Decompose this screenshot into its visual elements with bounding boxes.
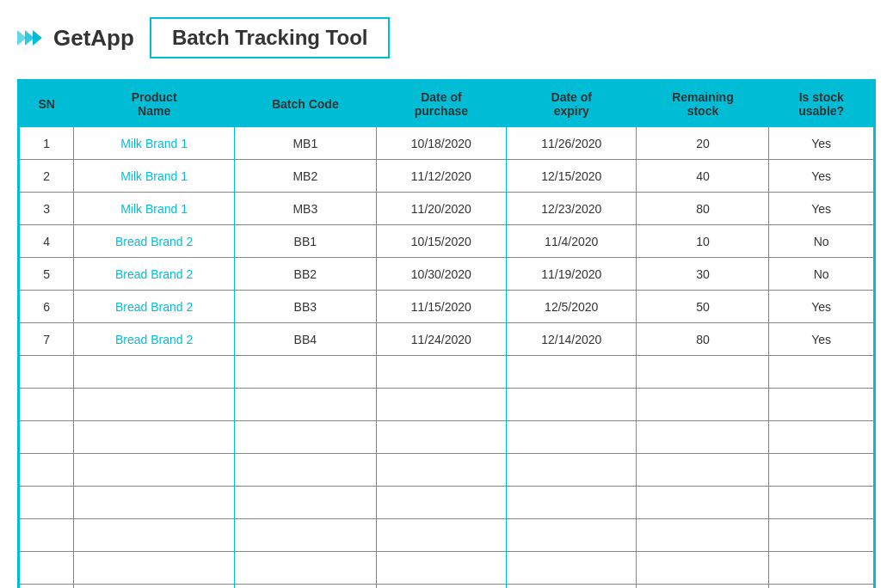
table-row: 2Milk Brand 1MB211/12/202012/15/202040Ye… bbox=[20, 160, 874, 193]
cell-date_of_purchase: 10/18/2020 bbox=[376, 127, 506, 160]
empty-cell bbox=[74, 585, 235, 589]
empty-cell bbox=[74, 454, 235, 487]
table-row: 5Bread Brand 2BB210/30/202011/19/202030N… bbox=[20, 258, 874, 291]
empty-cell bbox=[234, 454, 376, 487]
empty-cell bbox=[769, 356, 874, 389]
cell-remaining_stock: 50 bbox=[637, 291, 769, 323]
empty-cell bbox=[20, 552, 74, 585]
cell-is_stock_usable: No bbox=[769, 258, 874, 291]
empty-cell bbox=[507, 519, 637, 552]
empty-cell bbox=[74, 389, 235, 421]
empty-cell bbox=[376, 356, 506, 389]
cell-remaining_stock: 10 bbox=[637, 225, 769, 258]
cell-date_of_purchase: 10/30/2020 bbox=[376, 258, 506, 291]
cell-batch_code: MB1 bbox=[234, 127, 376, 160]
cell-is_stock_usable: Yes bbox=[769, 193, 874, 225]
empty-cell bbox=[20, 421, 74, 454]
empty-cell bbox=[769, 519, 874, 552]
empty-cell bbox=[234, 585, 376, 589]
empty-cell bbox=[74, 356, 235, 389]
cell-remaining_stock: 20 bbox=[637, 127, 769, 160]
cell-is_stock_usable: Yes bbox=[769, 323, 874, 356]
empty-row bbox=[20, 421, 874, 454]
cell-date_of_purchase: 11/12/2020 bbox=[376, 160, 506, 193]
app-header: GetApp Batch Tracking Tool bbox=[17, 17, 876, 58]
empty-cell bbox=[376, 421, 506, 454]
empty-row bbox=[20, 519, 874, 552]
batch-table: SN ProductName Batch Code Date ofpurchas… bbox=[19, 81, 874, 588]
empty-cell bbox=[637, 585, 769, 589]
cell-sn: 2 bbox=[20, 160, 74, 193]
empty-row bbox=[20, 585, 874, 589]
cell-date_of_purchase: 11/20/2020 bbox=[376, 193, 506, 225]
cell-is_stock_usable: No bbox=[769, 225, 874, 258]
empty-cell bbox=[769, 585, 874, 589]
cell-date_of_purchase: 10/15/2020 bbox=[376, 225, 506, 258]
cell-remaining_stock: 80 bbox=[637, 323, 769, 356]
cell-batch_code: BB4 bbox=[234, 323, 376, 356]
empty-cell bbox=[637, 552, 769, 585]
empty-cell bbox=[507, 552, 637, 585]
logo-text: GetApp bbox=[53, 25, 134, 52]
empty-cell bbox=[234, 487, 376, 519]
cell-date_of_expiry: 12/5/2020 bbox=[507, 291, 637, 323]
empty-cell bbox=[769, 389, 874, 421]
cell-sn: 7 bbox=[20, 323, 74, 356]
cell-is_stock_usable: Yes bbox=[769, 291, 874, 323]
cell-sn: 1 bbox=[20, 127, 74, 160]
cell-batch_code: BB3 bbox=[234, 291, 376, 323]
col-product-name: ProductName bbox=[74, 82, 235, 127]
empty-cell bbox=[20, 389, 74, 421]
empty-row bbox=[20, 487, 874, 519]
empty-cell bbox=[376, 519, 506, 552]
empty-cell bbox=[20, 519, 74, 552]
cell-sn: 3 bbox=[20, 193, 74, 225]
empty-cell bbox=[637, 519, 769, 552]
empty-cell bbox=[20, 487, 74, 519]
empty-cell bbox=[507, 585, 637, 589]
cell-batch_code: BB1 bbox=[234, 225, 376, 258]
empty-cell bbox=[20, 585, 74, 589]
cell-date_of_expiry: 12/15/2020 bbox=[507, 160, 637, 193]
empty-cell bbox=[20, 454, 74, 487]
cell-date_of_purchase: 11/15/2020 bbox=[376, 291, 506, 323]
empty-cell bbox=[376, 389, 506, 421]
table-header-row: SN ProductName Batch Code Date ofpurchas… bbox=[20, 82, 874, 127]
table-row: 7Bread Brand 2BB411/24/202012/14/202080Y… bbox=[20, 323, 874, 356]
empty-cell bbox=[769, 421, 874, 454]
col-is-stock-usable: Is stockusable? bbox=[769, 82, 874, 127]
empty-cell bbox=[376, 585, 506, 589]
empty-cell bbox=[637, 421, 769, 454]
empty-cell bbox=[507, 421, 637, 454]
cell-batch_code: MB3 bbox=[234, 193, 376, 225]
table-row: 6Bread Brand 2BB311/15/202012/5/202050Ye… bbox=[20, 291, 874, 323]
empty-cell bbox=[507, 454, 637, 487]
cell-date_of_expiry: 11/26/2020 bbox=[507, 127, 637, 160]
empty-cell bbox=[637, 356, 769, 389]
cell-product_name: Bread Brand 2 bbox=[74, 291, 235, 323]
cell-is_stock_usable: Yes bbox=[769, 160, 874, 193]
empty-cell bbox=[507, 389, 637, 421]
cell-date_of_expiry: 11/19/2020 bbox=[507, 258, 637, 291]
empty-cell bbox=[234, 356, 376, 389]
empty-cell bbox=[637, 389, 769, 421]
cell-date_of_expiry: 11/4/2020 bbox=[507, 225, 637, 258]
empty-cell bbox=[376, 552, 506, 585]
app-title: Batch Tracking Tool bbox=[150, 17, 391, 58]
empty-cell bbox=[637, 454, 769, 487]
cell-product_name: Bread Brand 2 bbox=[74, 258, 235, 291]
cell-date_of_purchase: 11/24/2020 bbox=[376, 323, 506, 356]
col-date-expiry: Date ofexpiry bbox=[507, 82, 637, 127]
cell-batch_code: MB2 bbox=[234, 160, 376, 193]
empty-cell bbox=[507, 356, 637, 389]
empty-cell bbox=[769, 552, 874, 585]
cell-product_name: Bread Brand 2 bbox=[74, 225, 235, 258]
empty-cell bbox=[234, 552, 376, 585]
cell-date_of_expiry: 12/23/2020 bbox=[507, 193, 637, 225]
cell-sn: 5 bbox=[20, 258, 74, 291]
logo-icon bbox=[17, 26, 48, 50]
empty-cell bbox=[507, 487, 637, 519]
empty-cell bbox=[376, 487, 506, 519]
empty-cell bbox=[74, 519, 235, 552]
cell-batch_code: BB2 bbox=[234, 258, 376, 291]
